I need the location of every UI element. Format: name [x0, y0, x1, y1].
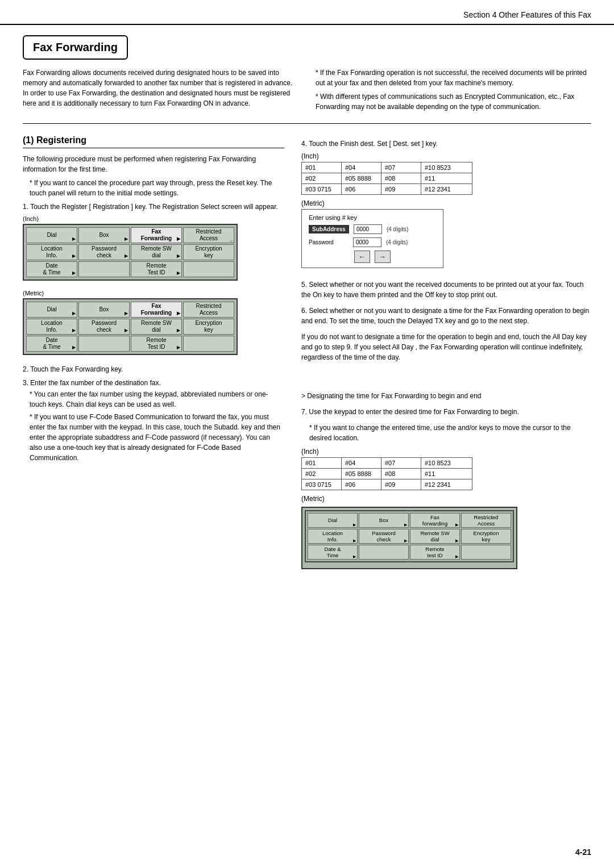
table-row: #02 #05 8888 #08 #11 — [302, 469, 472, 479]
registering-note1: * If you want to cancel the procedure pa… — [30, 178, 284, 198]
b-cell-date-time: Date &Time▶ — [308, 545, 358, 560]
two-col-layout: (1) Registering The following procedure … — [23, 135, 591, 574]
intro-area: Fax Forwarding allows documents received… — [23, 68, 591, 124]
page-number: 4-21 — [575, 848, 591, 857]
registering-para1: The following procedure must be performe… — [23, 154, 284, 174]
inch-screen-box-1: Dial▶ Box▶ FaxForwarding▶ RestrictedAcce… — [23, 224, 238, 281]
cell-empty-1 — [78, 261, 130, 277]
step3-text: 3. Enter the fax number of the destinati… — [23, 379, 284, 387]
metric-screen-box-2: Dial▶ Box▶ Faxforwarding▶ RestrictedAcce… — [301, 507, 517, 569]
metric-label-r1: (Metric) — [301, 199, 591, 207]
header-title: Section 4 Other Features of this Fax — [463, 10, 591, 19]
page-header: Section 4 Other Features of this Fax — [0, 0, 614, 25]
cell-fax-forwarding-1: FaxForwarding▶ — [131, 227, 182, 243]
password-input[interactable]: 0000 — [353, 237, 381, 247]
m-cell-restricted-access-1: RestrictedAccess — [183, 302, 234, 318]
inch-screen-grid-1: Dial▶ Box▶ FaxForwarding▶ RestrictedAcce… — [26, 227, 234, 277]
left-column: (1) Registering The following procedure … — [23, 135, 284, 574]
inch-label-1: (Inch) — [23, 215, 284, 222]
password-label: Password — [309, 239, 349, 245]
step3-note2: * If you want to use F-Code Based Commun… — [30, 412, 284, 463]
intro-left: Fax Forwarding allows documents received… — [23, 68, 298, 115]
b-cell-dial: Dial▶ — [308, 513, 358, 528]
cell-encryption-key-1: Encryptionkey — [183, 244, 234, 260]
cell-box-1: Box▶ — [78, 227, 130, 243]
cell-empty-2 — [183, 261, 234, 277]
password-digits-hint: (4 digits) — [386, 239, 408, 245]
m-cell-location-info-1: LocationInfo.▶ — [26, 319, 77, 335]
b-cell-box: Box▶ — [359, 513, 409, 528]
cell-restricted-access-1: RestrictedAccess_ — [183, 227, 234, 243]
registering-heading: (1) Registering — [23, 135, 284, 148]
b-cell-restricted: RestrictedAccess — [461, 513, 511, 528]
m-cell-empty-3 — [78, 336, 130, 352]
intro-left-text: Fax Forwarding allows documents received… — [23, 68, 298, 108]
b-cell-empty2 — [461, 545, 511, 560]
m-cell-password-check-1: Passwordcheck▶ — [78, 319, 130, 335]
arrow-left-btn[interactable]: ← — [354, 251, 370, 263]
m-cell-remote-test-1: RemoteTest ID▶ — [131, 336, 182, 352]
table-row: #02 #05 8888 #08 #11 — [302, 173, 472, 184]
metric-label-1: (Metric) — [23, 290, 284, 297]
step6-title: 6. Select whether or not you want to des… — [301, 306, 591, 326]
cell-remote-test-1: RemoteTest ID▶ — [131, 261, 182, 277]
subaddress-label: SubAddress — [309, 225, 349, 233]
table-row: #03 0715 #06 #09 #12 2341 — [302, 184, 472, 195]
subaddress-digits-hint: (4 digits) — [387, 226, 408, 232]
b-cell-remote-test: Remotetest ID▶ — [410, 545, 460, 560]
inch-label-r1: (Inch) — [301, 152, 591, 160]
cell-remote-sw-dial-1: Remote SWdial▶ — [131, 244, 182, 260]
subaddress-hint: Enter using # key — [309, 214, 436, 221]
step4-text: 4. Touch the Finish dest. Set [ Dest. se… — [301, 140, 591, 148]
arrow-right-btn[interactable]: → — [375, 251, 391, 263]
step5-text: 5. Select whether or not you want the re… — [301, 279, 591, 300]
intro-right: * If the Fax Forwarding operation is not… — [316, 68, 591, 115]
step7-star: * If you want to change the entered time… — [309, 423, 591, 443]
intro-right-text2: * With different types of communications… — [316, 91, 591, 112]
metric-screen-grid-1: Dial▶ Box▶ FaxForwarding▶ RestrictedAcce… — [26, 302, 234, 352]
metric-subaddress-box: Enter using # key SubAddress 0000 (4 dig… — [301, 209, 443, 268]
subaddress-row: SubAddress 0000 (4 digits) — [309, 224, 436, 234]
b-cell-location: LocationInfo.▶ — [308, 529, 358, 544]
b-cell-fax-fwd: Faxforwarding▶ — [410, 513, 460, 528]
metric-label-r2: (Metric) — [301, 495, 591, 503]
section-title: Fax Forwarding — [23, 35, 128, 60]
step3-note1: * You can enter the fax number using the… — [30, 389, 284, 410]
right-column: 4. Touch the Finish dest. Set [ Dest. se… — [301, 135, 591, 574]
m-cell-encryption-1: Encryptionkey — [183, 319, 234, 335]
step2-text: 2. Touch the Fax Forwarding key. — [23, 365, 284, 373]
m-cell-empty-4 — [183, 336, 234, 352]
step7-text: 7. Use the keypad to enter the desired t… — [301, 407, 591, 417]
cell-password-check-1: Passwordcheck▶ — [78, 244, 130, 260]
intro-right-text1: * If the Fax Forwarding operation is not… — [316, 68, 591, 88]
table-row: #01 #04 #07 #10 8523 — [302, 162, 472, 173]
m-cell-date-time-1: Date& Time▶ — [26, 336, 77, 352]
step7-note: > Designating the time for Fax Forwardin… — [301, 391, 591, 401]
m-cell-box-1: Box▶ — [78, 302, 130, 318]
b-cell-encryption: Encryptionkey — [461, 529, 511, 544]
metric-screen-box-1: Dial▶ Box▶ FaxForwarding▶ RestrictedAcce… — [23, 298, 238, 355]
step1-text: 1. Touch the Register [ Registration ] k… — [23, 203, 284, 211]
inch-table-2: #01 #04 #07 #10 8523 #02 #05 8888 #08 #1… — [301, 457, 472, 490]
step6-note: If you do not want to designate a time f… — [301, 332, 591, 362]
metric-screen-grid-2: Dial▶ Box▶ Faxforwarding▶ RestrictedAcce… — [305, 510, 514, 562]
m-cell-fax-forwarding-1: FaxForwarding▶ — [131, 302, 182, 318]
cell-date-time-1: Date& Time▶ — [26, 261, 77, 277]
b-cell-password: Passwordcheck▶ — [359, 529, 409, 544]
inch-label-r2: (Inch) — [301, 448, 591, 456]
metric-arrows: ← → — [309, 251, 436, 263]
b-cell-remote-sw: Remote SWdial▶ — [410, 529, 460, 544]
inch-table-1: #01 #04 #07 #10 8523 #02 #05 8888 #08 #1… — [301, 162, 472, 195]
m-cell-dial-1: Dial▶ — [26, 302, 77, 318]
m-cell-remote-sw-1: Remote SWdial▶ — [131, 319, 182, 335]
b-cell-empty — [359, 545, 409, 560]
cell-location-info-1: LocationInfo.▶ — [26, 244, 77, 260]
table-row: #03 0715 #06 #09 #12 2341 — [302, 479, 472, 490]
cell-dial-1: Dial▶ — [26, 227, 77, 243]
subaddress-input[interactable]: 0000 — [354, 224, 382, 234]
table-row: #01 #04 #07 #10 8523 — [302, 458, 472, 469]
password-row: Password 0000 (4 digits) — [309, 237, 436, 247]
